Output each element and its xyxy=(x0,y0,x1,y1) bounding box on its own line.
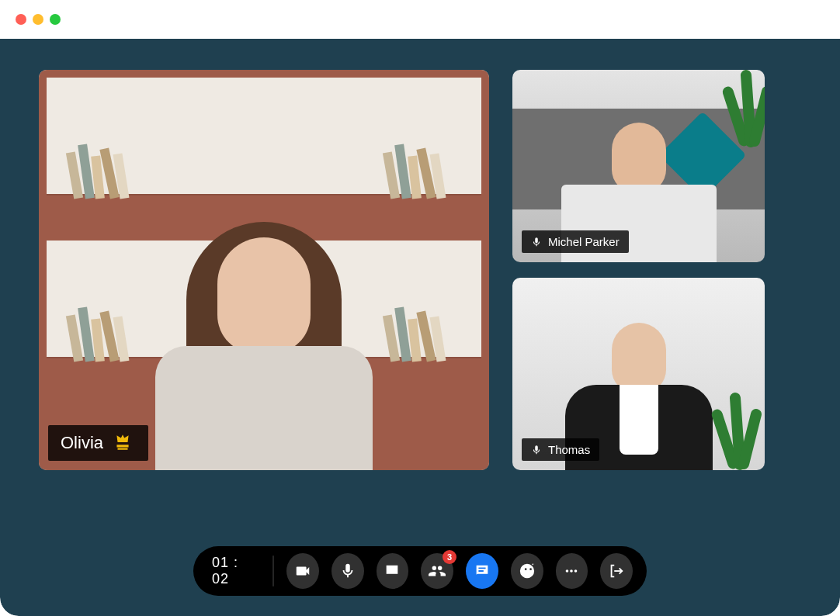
svg-point-1 xyxy=(571,569,574,573)
participant-name-chip: Thomas xyxy=(522,438,599,461)
participant-name-chip: Michel Parker xyxy=(522,230,629,253)
window-titlebar xyxy=(0,0,840,39)
more-icon xyxy=(563,562,580,580)
minimize-window-button[interactable] xyxy=(33,14,43,25)
participants-badge: 3 xyxy=(443,550,456,564)
svg-point-0 xyxy=(566,569,569,573)
leave-button[interactable] xyxy=(600,553,633,589)
video-side-column: Michel Parker xyxy=(512,70,765,473)
maximize-window-button[interactable] xyxy=(50,14,61,25)
participants-icon xyxy=(429,562,446,580)
video-tile-side[interactable]: Thomas xyxy=(512,278,765,470)
more-button[interactable] xyxy=(556,553,588,589)
video-feed-placeholder xyxy=(39,70,489,470)
host-crown-icon xyxy=(113,433,136,453)
mic-button[interactable] xyxy=(331,553,364,589)
call-timer: 01 : 02 xyxy=(207,555,260,587)
participants-button[interactable]: 3 xyxy=(421,553,453,589)
leave-icon xyxy=(608,562,625,580)
participant-name: Thomas xyxy=(548,443,590,456)
share-screen-icon xyxy=(384,562,401,580)
close-window-button[interactable] xyxy=(16,14,26,25)
share-screen-button[interactable] xyxy=(377,553,409,589)
video-call-window: Olivia xyxy=(0,0,840,616)
participant-name-chip: Olivia xyxy=(48,425,148,461)
toolbar-divider xyxy=(272,555,274,587)
video-tile-main[interactable]: Olivia xyxy=(39,70,489,470)
call-toolbar: 01 : 02 3 xyxy=(193,546,647,596)
participant-name: Olivia xyxy=(61,433,103,453)
chat-button[interactable] xyxy=(466,553,498,589)
mic-icon xyxy=(531,445,542,455)
call-stage: Olivia xyxy=(0,39,840,616)
raise-hand-icon xyxy=(519,562,536,580)
video-grid: Olivia xyxy=(39,70,801,473)
chat-icon xyxy=(474,562,491,580)
mic-icon xyxy=(339,562,356,580)
camera-button[interactable] xyxy=(286,553,319,589)
raise-hand-button[interactable] xyxy=(511,553,543,589)
camera-icon xyxy=(294,562,311,580)
video-tile-side[interactable]: Michel Parker xyxy=(512,70,765,262)
svg-point-2 xyxy=(574,569,578,573)
participant-name: Michel Parker xyxy=(548,235,620,248)
mic-icon xyxy=(531,237,542,247)
